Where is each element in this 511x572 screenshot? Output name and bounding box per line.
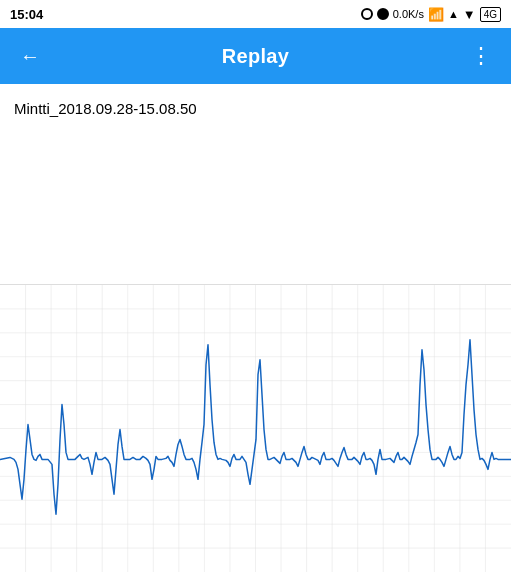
overflow-menu-icon: ⋮ — [470, 43, 492, 69]
signal-icon: ▲ — [448, 8, 459, 20]
battery-icon: 4G — [480, 7, 501, 22]
bluetooth-icon: 📶 — [428, 7, 444, 22]
content-area: Mintti_2018.09.28-15.08.50 — [0, 84, 511, 126]
circle-icon-1 — [361, 8, 373, 20]
circle-icon-2 — [377, 8, 389, 20]
status-bar: 15:04 0.0K/s 📶 ▲ ▼ 4G — [0, 0, 511, 28]
back-button[interactable]: ← — [12, 38, 48, 74]
network-speed: 0.0K/s — [393, 8, 424, 20]
page-title: Replay — [222, 45, 289, 68]
wifi-icon: ▼ — [463, 7, 476, 22]
ecg-chart — [0, 284, 511, 572]
overflow-menu-button[interactable]: ⋮ — [463, 38, 499, 74]
app-bar: ← Replay ⋮ — [0, 28, 511, 84]
ecg-svg — [0, 285, 511, 572]
status-time: 15:04 — [10, 7, 43, 22]
back-icon: ← — [20, 45, 40, 68]
status-icons: 0.0K/s 📶 ▲ ▼ 4G — [361, 7, 501, 22]
file-name-label: Mintti_2018.09.28-15.08.50 — [14, 100, 197, 117]
